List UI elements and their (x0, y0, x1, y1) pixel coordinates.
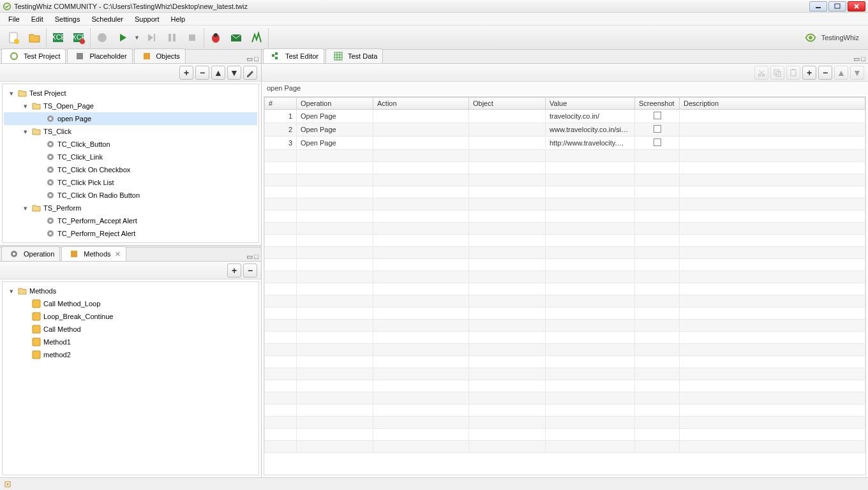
tree-item[interactable]: TC_Perform_Accept Alert (4, 214, 257, 227)
maximize-button[interactable] (828, 1, 846, 11)
play-dropdown[interactable]: ▼ (134, 34, 140, 41)
titlebar[interactable]: TestingWhiz COMMUNITY - C:\Users\Testing… (0, 0, 868, 13)
remove-button[interactable]: − (243, 264, 257, 278)
tree-item[interactable]: Loop_Break_Continue (4, 310, 257, 323)
column-header[interactable]: Value (546, 98, 635, 110)
menu-edit[interactable]: Edit (26, 14, 49, 24)
twist-icon[interactable]: ▾ (22, 102, 29, 110)
mail-button[interactable] (227, 29, 245, 47)
close-button[interactable] (848, 1, 865, 11)
minimize-view-icon[interactable]: ▭ (853, 55, 860, 63)
play-button[interactable] (114, 29, 131, 47)
svg-point-19 (11, 53, 17, 59)
tree-label: method2 (43, 351, 71, 359)
tree-item[interactable]: TC_Click Pick List (4, 176, 257, 189)
menu-settings[interactable]: Settings (49, 14, 86, 24)
tree-item[interactable]: TC_Perform_Reject Alert (4, 227, 257, 240)
add-button[interactable]: + (227, 264, 241, 278)
methods-tree[interactable]: ▾MethodsCall Method_LoopLoop_Break_Conti… (3, 282, 258, 364)
column-header[interactable]: Screenshot (635, 98, 680, 110)
move-down-button: ▼ (850, 66, 864, 80)
stop-button[interactable] (183, 29, 201, 47)
svg-rect-13 (173, 34, 176, 41)
table-row[interactable]: 1Open Pagetravelocity.co.in/ (265, 110, 865, 123)
menu-help[interactable]: Help (165, 14, 191, 24)
step-button[interactable] (142, 29, 160, 47)
minimize-button[interactable] (809, 1, 827, 11)
new-file-button[interactable] (5, 29, 23, 47)
menu-scheduler[interactable]: Scheduler (86, 14, 129, 24)
tree-item[interactable]: ▾TS_Click (4, 125, 257, 138)
column-header[interactable]: Description (680, 98, 865, 110)
menu-support[interactable]: Support (129, 14, 165, 24)
tree-item[interactable]: ▾Test Project (4, 87, 257, 100)
screenshot-checkbox[interactable] (654, 112, 661, 119)
move-down-button[interactable]: ▼ (227, 66, 241, 80)
tree-item[interactable]: ▾TS_Perform (4, 202, 257, 214)
screenshot-checkbox[interactable] (654, 138, 661, 146)
mfolder-icon (17, 286, 27, 296)
column-header[interactable]: Object (469, 98, 546, 110)
tree-label: open Page (57, 115, 91, 122)
copy-button (770, 66, 784, 80)
tree-item[interactable]: ▾TS_Open_Page (4, 100, 257, 112)
record-button[interactable] (93, 29, 111, 47)
tree-item[interactable]: ▾Methods (4, 285, 257, 297)
tab-test-editor[interactable]: Test Editor (263, 48, 324, 63)
edit-button[interactable] (243, 66, 257, 80)
move-up-button[interactable]: ▲ (211, 66, 225, 80)
project-tree[interactable]: ▾Test Project▾TS_Open_Pageopen Page▾TS_C… (3, 84, 258, 242)
tree-label: TC_Click Pick List (57, 179, 114, 186)
twist-icon[interactable]: ▾ (22, 204, 29, 212)
tree-label: TS_Click (43, 128, 71, 135)
menu-file[interactable]: File (3, 14, 26, 24)
tab-objects[interactable]: Objects (134, 48, 186, 63)
minimize-view-icon[interactable]: ▭ (246, 55, 253, 63)
svg-point-9 (80, 39, 85, 44)
bug-button[interactable] (207, 29, 225, 47)
tab-test-project[interactable]: Test Project (1, 48, 66, 63)
tree-item[interactable]: TC_Click_Button (4, 138, 257, 151)
tab-label: Operation (24, 250, 54, 258)
add-row-button[interactable]: + (802, 66, 816, 80)
twist-icon[interactable]: ▾ (22, 128, 29, 136)
open-folder-button[interactable] (26, 29, 43, 47)
schedule-button[interactable] (248, 29, 266, 47)
column-header[interactable]: Operation (297, 98, 373, 110)
tree-item[interactable]: Call Method (4, 323, 257, 336)
remove-button[interactable]: − (195, 66, 209, 80)
tab-placeholder[interactable]: Placeholder (67, 48, 132, 63)
tree-item[interactable]: Method1 (4, 336, 257, 348)
twist-icon[interactable]: ▾ (8, 287, 15, 295)
tree-item[interactable]: TC_Click_Link (4, 151, 257, 163)
tab-methods[interactable]: Methods ✕ (61, 246, 126, 261)
tree-item[interactable]: method2 (4, 348, 257, 361)
tree-item[interactable]: Call Method_Loop (4, 297, 257, 310)
svg-rect-2 (835, 4, 840, 8)
import-excel-button[interactable]: EXCEL (70, 29, 87, 47)
twist-icon[interactable]: ▾ (8, 89, 15, 98)
remove-row-button[interactable]: − (818, 66, 832, 80)
tree-item[interactable]: open Page (4, 112, 257, 125)
maximize-view-icon[interactable]: □ (254, 253, 258, 261)
screenshot-checkbox[interactable] (654, 125, 661, 133)
tree-label: Call Method_Loop (43, 300, 100, 308)
tree-item[interactable]: TC_Click On Checkbox (4, 163, 257, 176)
close-icon[interactable]: ✕ (115, 250, 121, 258)
export-excel-button[interactable]: EXCEL (49, 29, 67, 47)
gear-icon (45, 216, 56, 226)
maximize-view-icon[interactable]: □ (861, 55, 865, 63)
table-row[interactable]: 3Open Pagehttp://www.travelocity.… (265, 137, 865, 150)
column-header[interactable]: # (265, 98, 297, 110)
steps-grid[interactable]: #OperationActionObjectValueScreenshotDes… (264, 97, 865, 453)
tab-operation[interactable]: Operation (1, 246, 60, 261)
column-header[interactable]: Action (373, 98, 469, 110)
tab-test-data[interactable]: Test Data (326, 48, 383, 63)
tree-item[interactable]: TC_Click On Radio Button (4, 189, 257, 202)
gear-icon (45, 177, 56, 188)
maximize-view-icon[interactable]: □ (254, 55, 258, 63)
add-button[interactable]: + (179, 66, 193, 80)
table-row[interactable]: 2Open Pagewww.travelocity.co.in/si… (265, 123, 865, 137)
pause-button[interactable] (163, 29, 181, 47)
minimize-view-icon[interactable]: ▭ (246, 253, 253, 261)
